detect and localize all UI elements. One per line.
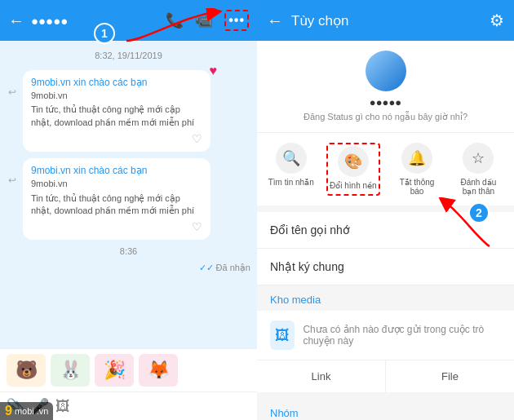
action-search[interactable]: 🔍 Tìm tin nhắn bbox=[268, 143, 314, 196]
message-link-2[interactable]: 9mobi.vn xin chào các bạn bbox=[31, 165, 202, 176]
message-bubble-2: 9mobi.vn xin chào các bạn 9mobi.vn Tin t… bbox=[23, 158, 210, 240]
left-panel: ← ●●●●● 📞 📹 ••• 1 8:32, 19/11/2019 ↩ ♥ 9… bbox=[0, 0, 257, 420]
header-icons: 📞 📹 ••• bbox=[166, 10, 249, 31]
annotation-1: 1 bbox=[94, 23, 115, 44]
sticker-row: 🐻 🐰 🎉 🦊 bbox=[0, 348, 257, 391]
notification-label: Tắt thông báo bbox=[392, 178, 441, 196]
profile-section: ●●●●● Đăng Status gì cho nó ngẫu bây giờ… bbox=[257, 41, 514, 133]
call-icon[interactable]: 📞 bbox=[166, 11, 184, 29]
watermark-text: mobi bbox=[15, 406, 34, 416]
left-header: ← ●●●●● 📞 📹 ••• bbox=[0, 0, 257, 41]
like-icon-2[interactable]: ♡ bbox=[31, 220, 202, 233]
received-text: Đã nhận bbox=[216, 263, 250, 273]
notification-icon: 🔔 bbox=[401, 143, 432, 174]
message-bubble-1: ♥ 9mobi.vn xin chào các bạn 9mobi.vn Tin… bbox=[23, 70, 210, 152]
heart-reaction: ♥ bbox=[210, 64, 218, 78]
message-link-1[interactable]: 9mobi.vn xin chào các bạn bbox=[31, 77, 202, 88]
media-icon: 🖼 bbox=[270, 321, 295, 350]
reply-icon-2[interactable]: ↩ bbox=[8, 175, 20, 186]
reply-icon-1[interactable]: ↩ bbox=[8, 86, 20, 98]
link-tab[interactable]: Link bbox=[257, 360, 386, 392]
wallpaper-label: Đổi hình nền bbox=[330, 181, 377, 190]
action-favorite[interactable]: ☆ Đánh dấu bạn thân bbox=[454, 143, 503, 196]
chat-area: 8:32, 19/11/2019 ↩ ♥ 9mobi.vn xin chào c… bbox=[0, 41, 257, 348]
profile-avatar bbox=[366, 51, 406, 91]
like-icon-1[interactable]: ♡ bbox=[31, 132, 202, 145]
sticker-4[interactable]: 🦊 bbox=[139, 354, 178, 387]
sticker-1[interactable]: 🐻 bbox=[7, 354, 46, 387]
group-section-title: Nhóm bbox=[257, 399, 514, 420]
menu-diary[interactable]: Nhật ký chung bbox=[257, 249, 514, 285]
wallpaper-icon: 🎨 bbox=[338, 146, 369, 177]
profile-name: ●●●●● bbox=[370, 96, 401, 108]
media-empty-text: Chưa có ảnh nào được gửi trong cuộc trò … bbox=[303, 324, 501, 347]
right-title: Tùy chọn bbox=[291, 12, 490, 29]
message-row-1: ↩ ♥ 9mobi.vn xin chào các bạn 9mobi.vn T… bbox=[7, 70, 250, 152]
photo-icon[interactable]: 🖼 bbox=[55, 398, 70, 415]
favorite-icon: ☆ bbox=[463, 143, 494, 174]
watermark: 9 mobi .vn bbox=[0, 402, 53, 420]
check-icon: ✓✓ bbox=[199, 263, 214, 273]
received-label: ✓✓ Đã nhận bbox=[7, 263, 250, 273]
video-icon[interactable]: 📹 bbox=[195, 11, 213, 29]
action-row: 🔍 Tìm tin nhắn 🎨 Đổi hình nền 🔔 Tắt thôn… bbox=[257, 133, 514, 212]
date-label: 8:32, 19/11/2019 bbox=[7, 51, 250, 60]
message-site-2: 9mobi.vn bbox=[31, 178, 202, 190]
search-icon: 🔍 bbox=[276, 143, 307, 174]
annotation-2: 2 bbox=[468, 202, 490, 223]
sticker-2[interactable]: 🐰 bbox=[51, 354, 90, 387]
more-menu-container: ••• bbox=[224, 10, 249, 31]
action-notification[interactable]: 🔔 Tắt thông báo bbox=[392, 143, 441, 196]
time-label: 8:36 bbox=[7, 246, 250, 256]
right-panel: ← Tùy chọn ⚙ ●●●●● Đăng Status gì cho nó… bbox=[257, 0, 514, 420]
sticker-3[interactable]: 🎉 bbox=[95, 354, 134, 387]
profile-status: Đăng Status gì cho nó ngẫu bây giờ nhỉ? bbox=[304, 112, 467, 122]
message-body-1: Tin tức, thủ thuật công nghệ mới cập nhậ… bbox=[31, 104, 202, 129]
media-section-title: Kho media bbox=[257, 285, 514, 311]
message-body-2: Tin tức, thủ thuật công nghệ mới cập nhậ… bbox=[31, 192, 202, 218]
right-header: ← Tùy chọn ⚙ bbox=[257, 0, 514, 41]
file-tab[interactable]: File bbox=[386, 360, 514, 392]
watermark-sub: .vn bbox=[37, 406, 49, 416]
link-file-row: Link File bbox=[257, 360, 514, 399]
more-icon[interactable]: ••• bbox=[228, 13, 245, 27]
media-box: 🖼 Chưa có ảnh nào được gửi trong cuộc tr… bbox=[257, 311, 514, 360]
back-button[interactable]: ← bbox=[8, 11, 24, 30]
action-wallpaper[interactable]: 🎨 Đổi hình nền bbox=[326, 143, 380, 196]
contact-name: ●●●●● bbox=[31, 14, 159, 28]
right-content: ●●●●● Đăng Status gì cho nó ngẫu bây giờ… bbox=[257, 41, 514, 420]
right-back-button[interactable]: ← bbox=[267, 11, 283, 30]
favorite-label: Đánh dấu bạn thân bbox=[454, 178, 503, 196]
message-desc-1: 9mobi.vn bbox=[31, 90, 202, 102]
settings-icon[interactable]: ⚙ bbox=[490, 11, 504, 30]
search-label: Tìm tin nhắn bbox=[268, 178, 314, 187]
message-row-2: ↩ 9mobi.vn xin chào các bạn 9mobi.vn Tin… bbox=[7, 158, 250, 240]
watermark-logo: 9 bbox=[5, 404, 12, 418]
